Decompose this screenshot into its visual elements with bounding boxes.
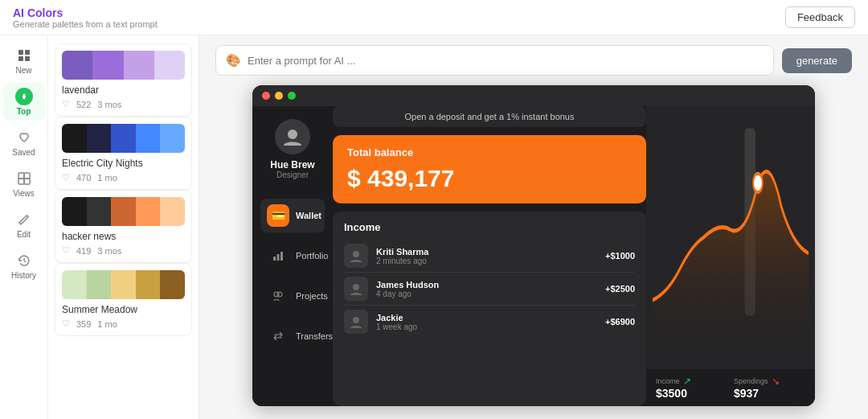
svg-point-18 xyxy=(753,174,763,192)
maximize-dot xyxy=(288,92,296,100)
portfolio-icon xyxy=(267,244,289,267)
palette-likes: 419 xyxy=(76,246,91,256)
avatar xyxy=(275,119,310,154)
svg-rect-0 xyxy=(18,50,23,55)
sidebar-item-edit-label: Edit xyxy=(17,230,31,239)
palette-meta: ♡ 419 3 mos xyxy=(62,245,185,256)
chart-area: JanFebMarAprMayJunJul xyxy=(646,106,815,369)
income-avatar xyxy=(344,244,368,268)
nav-item-wallet[interactable]: 💳 Wallet xyxy=(260,199,325,232)
app-subtitle: Generate palettes from a text prompt xyxy=(13,19,158,29)
app-titlebar xyxy=(252,85,815,106)
generate-button[interactable]: generate xyxy=(782,48,852,73)
income-amount: +$6900 xyxy=(605,317,635,327)
sidebar-item-history[interactable]: History xyxy=(3,247,45,285)
svg-point-16 xyxy=(353,317,359,323)
palette-name: Summer Meadow xyxy=(62,304,185,315)
main-layout: New Top Saved xyxy=(0,35,868,419)
spendings-stat-label: Spendings xyxy=(734,377,768,385)
sidebar-item-saved-label: Saved xyxy=(12,148,35,157)
notification-bar: Open a deposit and get a 1% instant bonu… xyxy=(333,106,646,127)
svg-rect-11 xyxy=(280,252,283,261)
balance-card: Total balance $ 439,177 xyxy=(333,135,646,203)
nav-item-projects[interactable]: Projects xyxy=(260,279,325,313)
app-branding: AI Colors Generate palettes from a text … xyxy=(13,6,158,29)
nav-portfolio-label: Portfolio xyxy=(296,251,328,261)
svg-rect-4 xyxy=(18,173,24,179)
income-amount: +$1000 xyxy=(605,251,635,261)
svg-rect-10 xyxy=(277,254,280,261)
income-time: 2 minutes ago xyxy=(376,257,597,265)
transfers-icon xyxy=(267,325,289,347)
nav-item-transfers[interactable]: Transfers xyxy=(260,319,325,353)
nav-projects-label: Projects xyxy=(296,291,328,301)
palette-card[interactable]: hacker news ♡ 419 3 mos xyxy=(55,190,192,263)
ai-icon: 🎨 xyxy=(226,53,241,68)
income-name: James Hudson xyxy=(376,280,597,290)
spendings-stat: Spendings ↘ $937 xyxy=(734,376,805,400)
sidebar-item-views[interactable]: Views xyxy=(3,165,45,203)
bottom-stats: Income ↗ $3500 Spendings ↘ $937 xyxy=(646,369,815,406)
svg-point-15 xyxy=(353,284,359,290)
svg-point-8 xyxy=(288,129,297,139)
profile-role: Designer xyxy=(276,170,309,179)
sidebar-item-saved[interactable]: Saved xyxy=(3,124,45,162)
profile-name: Hue Brew xyxy=(270,159,314,170)
sidebar-item-edit[interactable]: Edit xyxy=(3,206,45,244)
spendings-trend-icon: ↘ xyxy=(772,376,780,387)
nav-wallet-label: Wallet xyxy=(296,211,321,220)
income-stat-label: Income xyxy=(656,377,680,385)
app-title: AI Colors xyxy=(13,6,158,19)
svg-rect-2 xyxy=(18,56,23,61)
balance-label: Total balance xyxy=(347,146,632,158)
nav-item-portfolio[interactable]: Portfolio xyxy=(260,239,325,273)
income-avatar xyxy=(344,277,368,301)
history-icon xyxy=(15,252,33,269)
income-row: James Hudson 4 day ago +$2500 xyxy=(344,273,635,306)
app-profile: Hue Brew Designer xyxy=(260,119,325,179)
content-area: 🎨 generate xyxy=(199,35,868,419)
edit-icon xyxy=(15,211,33,228)
palette-card[interactable]: Electric City Nights ♡ 470 1 mo xyxy=(55,117,192,190)
sidebar-item-top[interactable]: Top xyxy=(3,83,45,121)
close-dot xyxy=(262,92,270,100)
spendings-stat-value: $937 xyxy=(734,387,805,400)
income-avatar xyxy=(344,310,368,334)
palette-name: hacker news xyxy=(62,231,185,242)
heart-icon xyxy=(15,129,33,146)
palette-meta: ♡ 359 1 mo xyxy=(62,318,185,329)
svg-rect-3 xyxy=(25,56,30,61)
palette-panel: lavendar ♡ 522 3 mos Electric City Night… xyxy=(48,35,199,419)
feedback-button[interactable]: Feedback xyxy=(785,6,855,28)
prompt-input-wrap: 🎨 xyxy=(215,45,774,76)
palette-likes: 470 xyxy=(76,173,91,183)
svg-point-14 xyxy=(353,251,359,257)
income-name: Kriti Sharma xyxy=(376,247,597,257)
income-time: 1 week ago xyxy=(376,322,597,331)
prompt-bar: 🎨 generate xyxy=(199,35,868,85)
svg-rect-6 xyxy=(18,179,24,184)
income-card: Income Kriti Sharma 2 minutes ago +$1000 xyxy=(333,212,646,406)
palette-age: 1 mo xyxy=(97,319,117,329)
income-trend-icon: ↗ xyxy=(683,376,691,387)
sidebar-item-new[interactable]: New xyxy=(3,42,45,80)
app-center-content: Open a deposit and get a 1% instant bonu… xyxy=(333,106,646,406)
palette-card[interactable]: Summer Meadow ♡ 359 1 mo xyxy=(55,263,192,336)
sidebar-item-views-label: Views xyxy=(13,189,35,198)
income-stat-value: $3500 xyxy=(656,387,727,400)
svg-rect-9 xyxy=(273,257,276,261)
prompt-input[interactable] xyxy=(248,55,764,67)
palette-meta: ♡ 470 1 mo xyxy=(62,172,185,183)
palette-age: 1 mo xyxy=(97,173,117,183)
income-info: James Hudson 4 day ago xyxy=(376,280,597,298)
income-title: Income xyxy=(344,221,635,233)
nav-transfers-label: Transfers xyxy=(296,331,333,341)
income-info: Jackie 1 week ago xyxy=(376,313,597,331)
top-icon xyxy=(15,88,33,105)
app-preview-wrap: Hue Brew Designer 💳 Wallet xyxy=(199,85,868,419)
palette-likes: 359 xyxy=(76,319,91,329)
minimize-dot xyxy=(275,92,283,100)
palette-card[interactable]: lavendar ♡ 522 3 mos xyxy=(55,43,192,117)
svg-rect-1 xyxy=(25,50,30,55)
palette-name: lavendar xyxy=(62,84,185,96)
